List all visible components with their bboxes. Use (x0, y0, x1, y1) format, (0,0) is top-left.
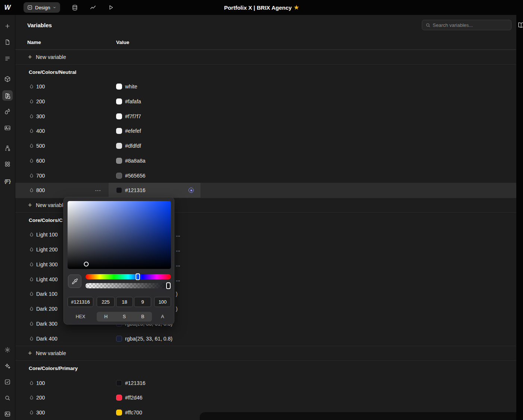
saturation-input[interactable] (116, 297, 133, 307)
color-swatch[interactable] (116, 380, 122, 386)
variable-name: 200 (36, 98, 45, 104)
components-icon[interactable] (4, 76, 11, 82)
navigator-icon[interactable] (4, 56, 11, 62)
variable-value-partial: ... (176, 247, 180, 253)
project-title: Portfolix X | BRIX Agency ★ (224, 4, 299, 11)
webflow-logo[interactable]: W (0, 4, 15, 12)
alpha-gradient (85, 283, 171, 288)
cms-icon[interactable] (72, 4, 78, 11)
color-swatch[interactable] (116, 98, 122, 104)
variable-name: Dark 200 (36, 306, 57, 312)
alpha-input[interactable] (154, 297, 171, 307)
color-swatch[interactable] (116, 173, 122, 179)
row-menu-icon[interactable]: ··· (95, 188, 101, 193)
eyedropper-button[interactable] (68, 275, 81, 288)
ai-assistant-icon[interactable] (4, 363, 11, 369)
variable-row[interactable]: 200#fafafa (15, 94, 516, 109)
assets-icon[interactable] (4, 125, 11, 131)
search-box[interactable] (422, 20, 511, 30)
variable-name: 100 (36, 380, 45, 386)
color-swatch[interactable] (116, 158, 122, 164)
variable-value: #dfdfdf (125, 143, 141, 149)
variable-row[interactable]: 300#f7f7f7 (15, 109, 516, 124)
variable-name: 800 (36, 187, 45, 193)
star-icon: ★ (294, 4, 299, 11)
search-icon[interactable] (4, 395, 11, 401)
variable-row[interactable]: 100white (15, 79, 516, 94)
page-title: Variables (27, 22, 52, 28)
brightness-input[interactable] (134, 297, 151, 307)
droplet-icon (29, 99, 34, 104)
new-variable-row[interactable]: +New variable (15, 346, 516, 361)
color-swatch[interactable] (116, 84, 122, 90)
add-elements-icon[interactable] (4, 23, 11, 29)
droplet-icon (29, 261, 34, 267)
plus-icon: + (28, 202, 32, 209)
design-mode-button[interactable]: Design (24, 2, 60, 13)
variable-name: Light 200 (36, 247, 58, 253)
alpha-slider[interactable] (85, 283, 171, 288)
active-value-cell[interactable] (109, 183, 200, 198)
preview-icon[interactable] (108, 4, 114, 10)
variable-value: #ffc700 (125, 410, 142, 416)
droplet-icon (29, 395, 34, 401)
variable-name: 600 (36, 158, 45, 164)
media-icon[interactable] (4, 411, 11, 417)
audit-checklist-icon[interactable] (4, 379, 11, 385)
extension-f-icon[interactable]: {F} (4, 178, 11, 184)
pages-icon[interactable] (4, 39, 11, 46)
hsb-mode-toggle[interactable]: H S B (97, 312, 152, 322)
saturation-cursor[interactable] (84, 262, 88, 267)
droplet-icon (29, 232, 34, 238)
hue-handle[interactable] (136, 273, 140, 280)
color-swatch[interactable] (116, 113, 122, 119)
new-variable-label: New variable (36, 54, 66, 60)
variable-row[interactable]: 200#ff2d46 (15, 391, 516, 405)
variable-value: #f7f7f7 (125, 113, 141, 119)
color-swatch[interactable] (116, 128, 122, 134)
variable-value: #565656 (125, 173, 146, 179)
variable-row[interactable]: 500#dfdfdf (15, 138, 516, 153)
hue-input[interactable] (97, 297, 115, 307)
droplet-icon (29, 188, 34, 193)
variable-row[interactable]: 400#efefef (15, 124, 516, 139)
variable-row[interactable]: 600#8a8a8a (15, 153, 516, 168)
new-variable-label: New variable (36, 202, 66, 208)
color-swatch[interactable] (116, 187, 122, 193)
droplet-icon (29, 380, 34, 386)
variable-name: Dark 400 (36, 336, 57, 342)
hex-input[interactable] (68, 297, 93, 307)
variable-row[interactable]: 100#121316 (15, 376, 516, 391)
alpha-handle[interactable] (166, 282, 171, 289)
docs-book-icon[interactable] (517, 21, 523, 29)
variable-value: white (125, 84, 137, 90)
hex-mode-label[interactable]: HEX (68, 312, 93, 322)
analytics-icon[interactable] (90, 4, 96, 11)
site-structure-icon[interactable] (4, 145, 11, 152)
new-variable-row[interactable]: +New variable (15, 50, 516, 65)
variable-name: 300 (36, 113, 45, 119)
color-swatch[interactable] (116, 143, 122, 149)
hue-slider[interactable] (85, 274, 171, 279)
search-input[interactable] (433, 22, 508, 28)
variable-row[interactable]: 700#565656 (15, 168, 516, 183)
saturation-area[interactable] (68, 201, 171, 269)
color-swatch[interactable] (116, 395, 122, 401)
variable-name: Dark 100 (36, 291, 57, 297)
variable-value: #fafafa (125, 98, 141, 104)
color-swatch[interactable] (116, 336, 122, 342)
variable-name: Light 400 (36, 276, 58, 282)
styles-droplets-icon[interactable] (4, 108, 11, 115)
apps-icon[interactable] (4, 161, 11, 167)
variable-value: #121316 (125, 380, 146, 386)
variables-panel-icon[interactable] (2, 90, 13, 101)
variable-row[interactable]: Dark 400rgba(25, 33, 61, 0.8) (15, 331, 516, 346)
settings-gear-icon[interactable] (4, 347, 11, 353)
variable-value: #8a8a8a (125, 158, 146, 164)
color-swatch[interactable] (116, 410, 122, 416)
section-header-row: Core/Colors/Primary (15, 361, 516, 376)
search-input-icon (426, 23, 430, 28)
variable-row[interactable]: 800···#121316 (15, 183, 516, 198)
variable-value-partial: ... (176, 276, 180, 282)
droplet-icon (29, 410, 34, 416)
